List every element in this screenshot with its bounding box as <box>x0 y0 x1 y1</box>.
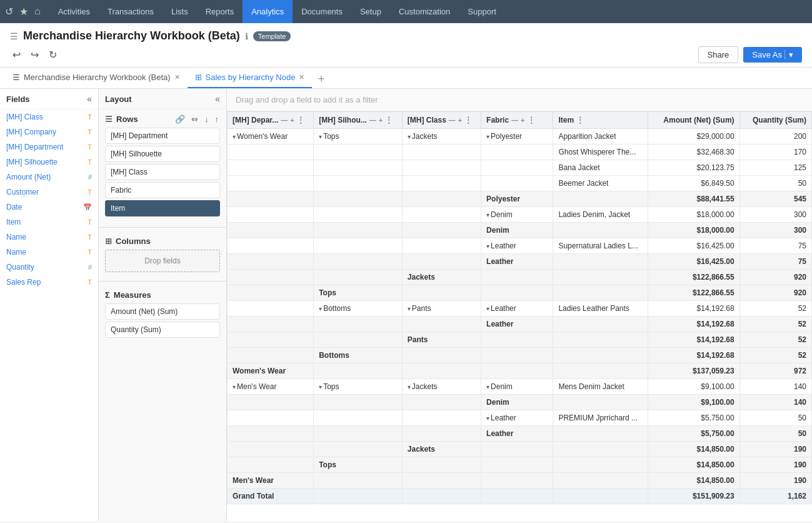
rows-label: Rows <box>116 114 138 124</box>
col-header-qty: Quantity (Sum) <box>739 112 811 129</box>
drop-fields-area[interactable]: Drop fields <box>105 250 220 272</box>
save-as-dropdown-arrow[interactable]: ▾ <box>784 50 793 59</box>
field-date[interactable]: Date 📅 <box>0 200 98 215</box>
nav-customization[interactable]: Customization <box>390 0 459 23</box>
field-quantity[interactable]: Quantity # <box>0 260 98 275</box>
fields-panel-header: Fields « <box>0 89 98 109</box>
row-item-class[interactable]: [MH] Class <box>105 164 220 180</box>
filter-bar[interactable]: Drag and drop a field to add it as a fil… <box>227 89 812 111</box>
row-item-fabric[interactable]: Fabric <box>105 182 220 198</box>
info-icon[interactable]: ℹ <box>245 31 248 41</box>
back-icon[interactable]: ↺ <box>5 6 13 18</box>
subtotal-row-leather: Leather $16,425.00 75 <box>228 254 812 270</box>
top-nav: ↺ ★ ⌂ Activities Transactions Lists Repo… <box>0 0 812 23</box>
field-mh-class[interactable]: [MH] Class T <box>0 109 98 124</box>
fields-panel-collapse[interactable]: « <box>87 94 92 104</box>
subtotal-row-jackets: Jackets $122,866.55 920 <box>228 270 812 285</box>
tab-mhw-close[interactable]: ✕ <box>174 73 180 81</box>
rows-expand-btn[interactable]: ⇔ <box>190 114 199 124</box>
nav-lists[interactable]: Lists <box>163 0 197 23</box>
nav-menu: Activities Transactions Lists Reports An… <box>49 0 505 23</box>
col-header-fabric: Fabric — + ⋮ <box>481 112 553 129</box>
tab-mhw[interactable]: ☰ Merchandise Hierarchy Workbook (Beta) … <box>5 68 188 88</box>
col-header-sil: [MH] Silhou... — + ⋮ <box>314 112 403 129</box>
subtotal-row-pants: Pants $14,192.68 52 <box>228 332 812 348</box>
share-button[interactable]: Share <box>698 46 739 63</box>
field-name-1[interactable]: Name T <box>0 230 98 245</box>
tab-sbhn-close[interactable]: ✕ <box>299 73 304 81</box>
nav-analytics[interactable]: Analytics <box>243 0 293 23</box>
tabs-bar: ☰ Merchandise Hierarchy Workbook (Beta) … <box>0 68 812 89</box>
measure-amount[interactable]: Amount (Net) (Sum) <box>105 303 220 320</box>
columns-section: ⊞ Columns Drop fields <box>99 231 226 277</box>
nav-transactions[interactable]: Transactions <box>99 0 163 23</box>
toolbar-right: Share Save As ▾ <box>698 46 802 63</box>
field-sales-rep[interactable]: Sales Rep T <box>0 275 98 290</box>
nav-documents[interactable]: Documents <box>293 0 351 23</box>
fields-panel: Fields « [MH] Class T [MH] Company T [MH… <box>0 89 99 521</box>
rows-link-btn[interactable]: 🔗 <box>174 114 186 124</box>
row-item-sil[interactable]: [MH] Silhouette <box>105 146 220 162</box>
refresh-button[interactable]: ↻ <box>46 48 59 62</box>
save-as-button[interactable]: Save As ▾ <box>743 47 802 63</box>
nav-reports[interactable]: Reports <box>197 0 243 23</box>
layout-panel: Layout « ☰ Rows 🔗 ⇔ ↓ ↑ [MH] Department … <box>99 89 227 521</box>
subtotal-row-womens-wear: Women's Wear $137,059.23 972 <box>228 363 812 379</box>
undo-button[interactable]: ↩ <box>10 48 23 62</box>
nav-support[interactable]: Support <box>459 0 505 23</box>
row-item-item[interactable]: Item <box>105 200 220 216</box>
table-row: ▾Denim Ladies Denim, Jacket $18,000.00 3… <box>228 207 812 223</box>
tab-mhw-icon: ☰ <box>13 73 20 82</box>
nav-activities[interactable]: Activities <box>49 0 99 23</box>
field-list: [MH] Class T [MH] Company T [MH] Departm… <box>0 109 98 521</box>
field-item[interactable]: Item T <box>0 215 98 230</box>
measures-section: Σ Measures Amount (Net) (Sum) Quantity (… <box>99 285 226 521</box>
table-row: Ghost Whisperer The... $32,468.30 170 <box>228 145 812 160</box>
table-row: ▾Men's Wear ▾Tops ▾Jackets ▾Denim Mens D… <box>228 379 812 395</box>
table-header-row: [MH] Depar... — + ⋮ [MH] Silhou... — + <box>228 112 812 129</box>
nav-setup[interactable]: Setup <box>351 0 390 23</box>
row-item-dept[interactable]: [MH] Department <box>105 128 220 144</box>
subtotal-row-denim-mens: Denim $9,100.00 140 <box>228 395 812 410</box>
subtotal-row-leather-mens: Leather $5,750.00 50 <box>228 426 812 442</box>
rows-up-btn[interactable]: ↑ <box>214 114 221 124</box>
subtotal-row-bottoms: Bottoms $14,192.68 52 <box>228 348 812 363</box>
main-layout: Fields « [MH] Class T [MH] Company T [MH… <box>0 89 812 521</box>
grand-total-row: Grand Total $151,909.23 1,162 <box>228 489 812 504</box>
col-header-amount: Amount (Net) (Sum) <box>648 112 739 129</box>
subtotal-row-mens-wear: Men's Wear $14,850.00 190 <box>228 473 812 489</box>
home-icon[interactable]: ⌂ <box>34 6 41 18</box>
field-name-2[interactable]: Name T <box>0 245 98 260</box>
page-header: ☰ Merchandise Hierarchy Workbook (Beta) … <box>0 23 812 68</box>
add-tab-button[interactable]: ＋ <box>312 71 331 86</box>
col-header-item: Item ⋮ <box>553 112 648 129</box>
layout-panel-collapse[interactable]: « <box>215 94 220 104</box>
measure-quantity[interactable]: Quantity (Sum) <box>105 322 220 338</box>
favorites-icon[interactable]: ★ <box>19 6 28 18</box>
subtotal-row-denim: Denim $18,000.00 300 <box>228 223 812 238</box>
table-row: ▾Bottoms ▾Pants ▾Leather Ladies Leather … <box>228 301 812 317</box>
rows-section-header: ☰ Rows 🔗 ⇔ ↓ ↑ <box>105 114 220 124</box>
measures-sigma-icon: Σ <box>105 290 110 300</box>
subtotal-row-jackets-mens: Jackets $14,850.00 190 <box>228 442 812 457</box>
field-amount-net[interactable]: Amount (Net) # <box>0 170 98 185</box>
redo-button[interactable]: ↪ <box>28 48 41 62</box>
rows-down-btn[interactable]: ↓ <box>203 114 210 124</box>
table-body: ▾Women's Wear ▾Tops ▾Jackets ▾Polyester … <box>228 129 812 504</box>
tab-sbhn[interactable]: ⊞ Sales by Hierarchy Node ✕ <box>188 68 313 88</box>
table-container[interactable]: [MH] Depar... — + ⋮ [MH] Silhou... — + <box>227 111 812 521</box>
tab-mhw-label: Merchandise Hierarchy Workbook (Beta) <box>24 73 171 82</box>
columns-icon: ⊞ <box>105 236 112 246</box>
template-badge: Template <box>253 31 291 41</box>
field-customer[interactable]: Customer T <box>0 185 98 200</box>
field-mh-department[interactable]: [MH] Department T <box>0 140 98 155</box>
rows-toolbar: 🔗 ⇔ ↓ ↑ <box>174 114 220 124</box>
col-header-dept: [MH] Depar... — + ⋮ <box>228 112 314 129</box>
page-title: Merchandise Hierarchy Workbook (Beta) <box>23 29 240 43</box>
field-mh-silhouette[interactable]: [MH] Silhouette T <box>0 155 98 170</box>
rows-icon: ☰ <box>105 114 113 124</box>
field-mh-company[interactable]: [MH] Company T <box>0 124 98 140</box>
subtotal-row-polyester: Polyester $88,441.55 545 <box>228 191 812 207</box>
fields-panel-title: Fields <box>6 94 30 104</box>
col-header-class: [MH] Class — + ⋮ <box>402 112 481 129</box>
